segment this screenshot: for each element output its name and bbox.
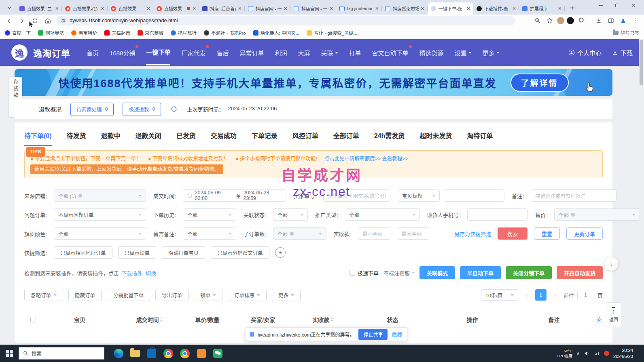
refresh-icon[interactable]	[170, 105, 178, 113]
nav-relation[interactable]: 关联	[321, 40, 338, 65]
tab-search-icon[interactable]	[4, 2, 15, 13]
microsoft-store-icon[interactable]	[143, 345, 160, 362]
tab-close-icon[interactable]	[513, 7, 516, 10]
tab-shipped[interactable]: 已发货	[176, 130, 196, 146]
tab-to-ship[interactable]: 待发货	[67, 130, 86, 146]
home-icon[interactable]	[43, 16, 53, 25]
tab-taote-orders[interactable]: 淘特订单	[467, 130, 493, 146]
fast-refund-pill[interactable]: 极速退款0	[123, 103, 161, 116]
relation-status-select[interactable]: 全部	[273, 208, 308, 221]
address-bar[interactable]: dywebs.1tsoft.com/douyin-web/pages/trade…	[56, 16, 515, 25]
nav-more[interactable]: 更多	[483, 40, 500, 65]
enable-auto-ship-button[interactable]: 开启自动发货	[557, 266, 603, 279]
tab-pending-order[interactable]: 待下单(0)	[24, 130, 52, 146]
file-explorer-icon[interactable]	[127, 345, 143, 362]
wechat-icon[interactable]	[210, 345, 226, 362]
app-logo[interactable]: 逸	[11, 44, 28, 61]
price-select[interactable]: 全部	[554, 208, 640, 221]
message-note-select[interactable]: 全部	[183, 227, 236, 240]
site-info-icon[interactable]	[61, 18, 66, 23]
taskbar-search-input[interactable]: 搜索	[19, 347, 104, 360]
browser-tab[interactable]: 下载插件-逸	[473, 2, 519, 15]
tab-close-icon[interactable]	[558, 7, 561, 10]
tab-close-icon[interactable]	[101, 7, 104, 10]
bookmark-item[interactable]: 焕化能人: 中国文...	[253, 29, 299, 36]
quick-filter-hide-printed[interactable]: 隐藏打单宝贝	[162, 246, 205, 259]
bookmark-item[interactable]: 网址导航	[38, 29, 64, 36]
more-button[interactable]: 更多	[272, 289, 301, 301]
scrollbar-thumb[interactable]	[640, 40, 643, 85]
taskbar-clock[interactable]: 20:24 2024/5/23	[613, 347, 633, 360]
promo-type-select[interactable]: 全部	[345, 208, 420, 221]
collapse-panel-button[interactable]: ‹	[604, 257, 618, 271]
tab-order-history[interactable]: 下单记录	[252, 130, 278, 146]
bookmark-item[interactable]: 墨滴社 - 书耙Pro	[204, 29, 246, 36]
next-page-icon[interactable]: ›	[550, 290, 560, 300]
item-title-input[interactable]	[444, 189, 504, 202]
tab-close-icon[interactable]	[193, 7, 196, 10]
menu-kebab-icon[interactable]	[630, 16, 640, 25]
nav-one-click-order[interactable]: 一键下单	[146, 40, 170, 65]
chrome-icon-2[interactable]	[176, 345, 193, 362]
note-input[interactable]: 店铺备注或者软件备注	[531, 189, 616, 202]
add-quick-filter-icon[interactable]: +	[275, 247, 286, 258]
tray-expand-icon[interactable]: ∧	[576, 351, 580, 356]
orange-app-icon[interactable]	[193, 345, 210, 362]
tab-risk-orders[interactable]: 风控订单	[292, 130, 318, 146]
current-page[interactable]: 1	[535, 289, 547, 301]
browser-tab[interactable]: 抖店货架市场	[382, 2, 428, 15]
apply-decrypt-link[interactable]: 点击此处申请解密额度>>	[324, 156, 381, 162]
extensions-puzzle-icon[interactable]	[576, 16, 586, 25]
switch-link[interactable]: 切换	[146, 269, 156, 277]
reset-button[interactable]: 重置	[534, 227, 560, 240]
nav-profit[interactable]: 利润	[275, 40, 287, 65]
search-button[interactable]: 搜索	[498, 227, 527, 240]
page-scrollbar[interactable]	[639, 39, 644, 345]
col-paid-amount[interactable]: 实收款	[293, 316, 353, 324]
select-all-checkbox[interactable]	[24, 317, 42, 322]
browser-tab[interactable]: 抖店官网 - 一	[290, 2, 336, 15]
minimize-button[interactable]	[593, 0, 609, 11]
tab-refunding[interactable]: 退款中	[101, 130, 121, 146]
quick-filter-same-address[interactable]: 只显示相同地址订单	[54, 246, 112, 259]
browser-tab[interactable]: 直播效果-(1)	[62, 2, 108, 15]
tab-overdue-ship[interactable]: 超时未发货	[419, 130, 452, 146]
download-plugin-link[interactable]: 下载插件	[121, 269, 142, 277]
bookmark-item[interactable]: 淘宝特价	[71, 29, 97, 36]
edge-icon[interactable]	[110, 345, 127, 362]
source-shop-select[interactable]: 全部 (1)	[54, 189, 146, 202]
browser-tab-active[interactable]: 一键下单-逸	[428, 2, 473, 15]
nav-settings[interactable]: 设置	[455, 40, 472, 65]
batch-distribution-order-button[interactable]: 分销批量下单	[107, 289, 150, 301]
service-mark-select[interactable]: 不标注查服	[383, 269, 415, 277]
tab-completed[interactable]: 交易成功	[211, 130, 237, 146]
bookmark-item[interactable]: 携程旅行	[171, 29, 197, 36]
amount-max-input[interactable]: 最大金额	[397, 227, 429, 240]
profile-icon[interactable]	[618, 16, 628, 25]
tab-close-icon[interactable]	[55, 7, 59, 10]
user-center-link[interactable]: 个人中心	[568, 48, 602, 57]
banner-detail-button[interactable]: 了解详情	[511, 74, 569, 92]
lock-order-button[interactable]: 锁单	[194, 289, 222, 301]
start-button[interactable]	[0, 345, 19, 362]
suborder-count-select[interactable]: 全部	[273, 227, 326, 240]
back-to-top-widget[interactable]: ↑ 返回	[606, 302, 621, 327]
nav-cipher-auto-order[interactable]: 密文自动下单	[372, 40, 409, 65]
pending-merchant-pill[interactable]: 待商家处理0	[70, 103, 114, 116]
back-icon[interactable]	[4, 16, 14, 25]
goto-page-input[interactable]	[577, 290, 594, 300]
bookmark-item[interactable]: 亏让 - gif搜索_习纵...	[307, 29, 357, 36]
tab-all-orders[interactable]: 全部订单	[333, 130, 359, 146]
item-title-select[interactable]: 宝贝标题	[398, 189, 440, 202]
page-size-select[interactable]: 10条/页	[481, 289, 518, 301]
view-tutorial-link[interactable]: 查看教程>>	[382, 156, 409, 162]
bookmark-item[interactable]: 天猫超市	[104, 29, 130, 36]
browser-tab[interactable]: 扩展程序	[519, 2, 565, 15]
close-distribution-order-button[interactable]: 关闭分销下单	[506, 266, 552, 279]
ignore-order-button[interactable]: 忽略订单	[24, 289, 63, 301]
order-sort-button[interactable]: 订单排序	[228, 289, 267, 301]
nav-home[interactable]: 首页	[87, 40, 99, 65]
browser-tab[interactable]: fxg.jinritemai	[336, 2, 382, 15]
reload-icon[interactable]	[30, 16, 40, 25]
save-quick-filter-link[interactable]: 另存为快捷筛选	[454, 230, 491, 238]
